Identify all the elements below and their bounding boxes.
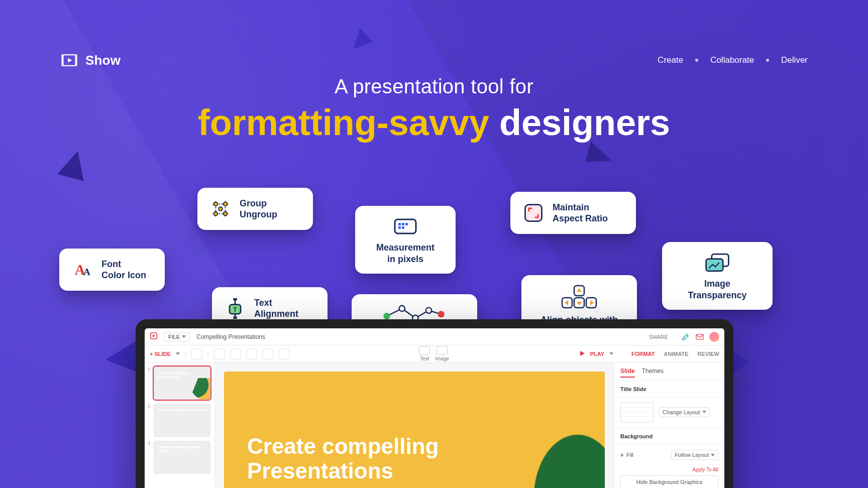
thumbnail[interactable]: 3 Create captivating present slides: [149, 441, 210, 474]
nav-links: Create Collaborate Deliver: [658, 55, 808, 65]
play-icon: [579, 350, 585, 357]
image-transparency-icon: [703, 251, 731, 274]
app-monitor: FILE Compelling Presentations SHARE + SL…: [136, 319, 733, 488]
file-menu-button[interactable]: FILE: [164, 332, 190, 341]
svg-point-27: [399, 306, 405, 311]
feature-card-group: Group Ungroup: [197, 188, 313, 230]
svg-rect-20: [706, 259, 723, 271]
mail-icon[interactable]: [695, 332, 704, 341]
headline-rest: designers: [499, 102, 670, 143]
slide-leaf-graphic: [479, 386, 605, 488]
svg-point-10: [224, 212, 228, 216]
headline-accent: formatting-savvy: [198, 102, 489, 143]
cut-button[interactable]: [246, 348, 257, 359]
tab-animate[interactable]: ANIMATE: [664, 351, 688, 357]
headline-line2: formatting-savvy designers: [0, 102, 868, 143]
app-toolbar: + SLIDE | | Text Image PLAY FORMAT ANIMA…: [145, 345, 724, 362]
svg-text:A: A: [83, 267, 90, 278]
panel-section-background: Background: [614, 428, 724, 444]
nav-separator: [695, 59, 698, 62]
svg-rect-12: [395, 219, 416, 233]
feature-label: Group Ungroup: [240, 198, 277, 220]
svg-point-7: [214, 202, 218, 206]
tab-format[interactable]: FORMAT: [631, 351, 655, 357]
nav-collaborate[interactable]: Collaborate: [710, 55, 754, 65]
feature-label: Text Alignment: [254, 297, 298, 320]
logo-text: Show: [85, 53, 121, 68]
feature-label: Image Transparency: [688, 278, 746, 301]
layout-preview: [620, 403, 654, 423]
svg-point-8: [224, 202, 228, 206]
feature-label: Measurement in pixels: [376, 242, 435, 265]
brush-icon[interactable]: [681, 332, 690, 341]
play-button[interactable]: PLAY: [590, 351, 604, 357]
svg-rect-25: [233, 317, 237, 319]
feature-card-measurement: Measurement in pixels: [355, 206, 456, 274]
slide-title: Create compelling Presentations: [247, 434, 439, 483]
svg-point-9: [214, 212, 218, 216]
user-avatar[interactable]: [709, 332, 719, 342]
undo-button[interactable]: [214, 348, 225, 359]
document-name[interactable]: Compelling Presentations: [196, 333, 265, 340]
feature-label: Maintain Aspect Ratio: [553, 202, 608, 224]
svg-point-26: [383, 313, 390, 319]
svg-point-29: [426, 308, 431, 313]
hide-bg-graphics-button[interactable]: Hide Background Graphics: [620, 475, 718, 488]
format-panel: Slide Themes Title Slide Change Layout B…: [614, 362, 724, 488]
slide-canvas[interactable]: Create compelling Presentations: [215, 362, 614, 488]
redo-button[interactable]: [230, 348, 241, 359]
group-ungroup-icon: [208, 197, 233, 221]
headline-line1: A presentation tool for: [0, 75, 868, 98]
feature-card-aspect: Maintain Aspect Ratio: [510, 192, 636, 234]
font-color-icon: AA: [70, 258, 94, 282]
nav-separator: [766, 59, 769, 62]
svg-rect-18: [525, 205, 542, 221]
svg-rect-15: [405, 223, 408, 225]
slide-thumbnails: 1 Create compelling presentations 2 Crea…: [145, 362, 215, 488]
panel-layout-row: Change Layout: [614, 397, 724, 428]
thumbnail[interactable]: 1 Create compelling presentations: [149, 367, 210, 400]
titlebar-icons: [681, 332, 719, 342]
toolbar-button[interactable]: [191, 348, 202, 359]
panel-tab-themes[interactable]: Themes: [642, 368, 664, 378]
panel-fill-row: Fill Follow Layout: [614, 444, 724, 465]
tab-review[interactable]: REVIEW: [698, 351, 719, 357]
change-layout-dropdown[interactable]: Change Layout: [659, 407, 710, 417]
logo[interactable]: Show: [60, 53, 121, 68]
fill-dropdown[interactable]: Follow Layout: [671, 450, 718, 460]
paste-button[interactable]: [278, 348, 289, 359]
panel-tab-slide[interactable]: Slide: [620, 368, 635, 378]
apply-to-all-link[interactable]: Apply To All: [614, 465, 724, 472]
insert-image-button[interactable]: Image: [435, 346, 449, 361]
svg-rect-36: [696, 334, 703, 339]
current-slide: Create compelling Presentations: [224, 372, 605, 488]
logo-icon: [60, 53, 78, 68]
svg-rect-16: [398, 226, 401, 229]
copy-button[interactable]: [262, 348, 273, 359]
feature-label: Font Color Icon: [101, 259, 146, 281]
svg-rect-14: [402, 223, 404, 225]
svg-rect-13: [398, 223, 401, 225]
app-screen: FILE Compelling Presentations SHARE + SL…: [145, 328, 724, 488]
app-logo-icon: [150, 332, 158, 341]
chevron-down-icon: [182, 335, 186, 338]
svg-point-30: [438, 311, 445, 317]
feature-card-font-color: AA Font Color Icon: [59, 249, 165, 291]
nav-create[interactable]: Create: [658, 55, 683, 65]
add-slide-button[interactable]: + SLIDE: [150, 351, 171, 357]
svg-rect-24: [233, 298, 237, 301]
app-stage: 1 Create compelling presentations 2 Crea…: [145, 362, 724, 488]
feature-card-transparency: Image Transparency: [662, 242, 773, 310]
thumbnail[interactable]: 2 Create beautiful presentations: [149, 404, 210, 437]
site-header: Show Create Collaborate Deliver: [0, 45, 868, 75]
fill-expand[interactable]: Fill: [620, 452, 633, 458]
chevron-down-icon: [609, 352, 613, 355]
hero-headline: A presentation tool for formatting-savvy…: [0, 75, 868, 143]
text-alignment-icon: T: [223, 296, 247, 320]
svg-text:T: T: [233, 306, 237, 313]
share-button[interactable]: SHARE: [649, 334, 668, 340]
nav-deliver[interactable]: Deliver: [781, 55, 808, 65]
aspect-ratio-icon: [521, 201, 546, 225]
insert-text-button[interactable]: Text: [419, 346, 430, 361]
panel-section-title: Title Slide: [614, 381, 724, 397]
